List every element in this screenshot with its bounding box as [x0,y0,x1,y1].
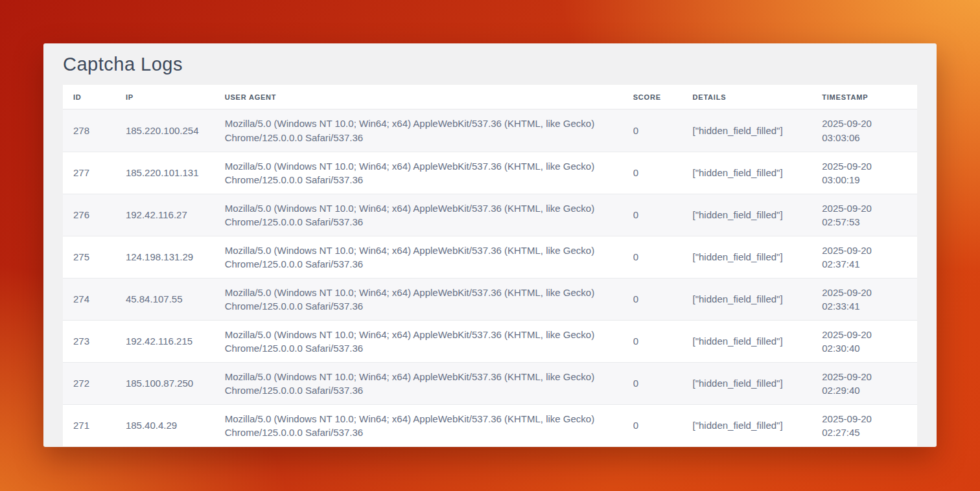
table-row: 275 124.198.131.29 Mozilla/5.0 (Windows … [63,236,917,278]
cell-user-agent: Mozilla/5.0 (Windows NT 10.0; Win64; x64… [215,109,623,152]
cell-ip: 192.42.116.215 [115,320,215,362]
cell-details: ["hidden_field_filled"] [682,404,812,446]
cell-user-agent: Mozilla/5.0 (Windows NT 10.0; Win64; x64… [215,152,623,194]
column-header-ip: IP [115,85,215,109]
cell-score: 0 [623,362,682,404]
cell-score: 0 [623,194,682,236]
column-header-user-agent: USER AGENT [215,85,623,109]
cell-user-agent: Mozilla/5.0 (Windows NT 10.0; Win64; x64… [215,404,623,446]
cell-id: 278 [63,109,115,152]
cell-details: ["hidden_field_filled"] [682,362,812,404]
cell-timestamp: 2025-09-20 02:37:41 [811,236,917,278]
cell-user-agent: Mozilla/5.0 (Windows NT 10.0; Win64; x64… [215,236,623,278]
cell-user-agent: Mozilla/5.0 (Windows NT 10.0; Win64; x64… [215,320,623,362]
cell-timestamp: 2025-09-20 02:33:41 [811,278,917,320]
table-row: 273 192.42.116.215 Mozilla/5.0 (Windows … [63,320,917,362]
cell-score: 0 [623,278,682,320]
cell-id: 274 [63,278,115,320]
cell-id: 275 [63,236,115,278]
cell-timestamp: 2025-09-20 02:30:40 [811,320,917,362]
table-row: 272 185.100.87.250 Mozilla/5.0 (Windows … [63,362,917,404]
cell-timestamp: 2025-09-20 02:57:53 [811,194,917,236]
cell-score: 0 [623,236,682,278]
cell-score: 0 [623,152,682,194]
cell-ip: 185.220.100.254 [115,109,215,152]
cell-user-agent: Mozilla/5.0 (Windows NT 10.0; Win64; x64… [215,194,623,236]
table-header: ID IP USER AGENT SCORE DETAILS TIMESTAMP [63,85,917,109]
table-header-row: ID IP USER AGENT SCORE DETAILS TIMESTAMP [63,85,917,109]
cell-ip: 192.42.116.27 [115,194,215,236]
cell-details: ["hidden_field_filled"] [682,109,812,152]
table-row: 276 192.42.116.27 Mozilla/5.0 (Windows N… [63,194,917,236]
cell-ip: 185.100.87.250 [115,362,215,404]
cell-id: 276 [63,194,115,236]
column-header-timestamp: TIMESTAMP [811,85,917,109]
table-row: 271 185.40.4.29 Mozilla/5.0 (Windows NT … [63,404,917,446]
cell-user-agent: Mozilla/5.0 (Windows NT 10.0; Win64; x64… [215,278,623,320]
cell-ip: 124.198.131.29 [115,236,215,278]
cell-details: ["hidden_field_filled"] [682,278,812,320]
cell-details: ["hidden_field_filled"] [682,194,812,236]
column-header-id: ID [63,85,115,109]
captcha-logs-card: Captcha Logs ID IP USER AGENT SCORE DETA… [43,43,937,447]
column-header-score: SCORE [623,85,682,109]
cell-id: 272 [63,362,115,404]
column-header-details: DETAILS [682,85,812,109]
cell-details: ["hidden_field_filled"] [682,236,812,278]
cell-timestamp: 2025-09-20 02:27:45 [811,404,917,446]
cell-timestamp: 2025-09-20 03:03:06 [811,109,917,152]
cell-user-agent: Mozilla/5.0 (Windows NT 10.0; Win64; x64… [215,362,623,404]
table-body: 278 185.220.100.254 Mozilla/5.0 (Windows… [63,109,917,446]
cell-id: 271 [63,404,115,446]
cell-id: 273 [63,320,115,362]
cell-ip: 45.84.107.55 [115,278,215,320]
cell-timestamp: 2025-09-20 03:00:19 [811,152,917,194]
cell-id: 277 [63,152,115,194]
table-row: 277 185.220.101.131 Mozilla/5.0 (Windows… [63,152,917,194]
page-title: Captcha Logs [63,54,917,75]
card-content: Captcha Logs ID IP USER AGENT SCORE DETA… [43,54,937,446]
table-row: 278 185.220.100.254 Mozilla/5.0 (Windows… [63,109,917,152]
table-row: 274 45.84.107.55 Mozilla/5.0 (Windows NT… [63,278,917,320]
cell-timestamp: 2025-09-20 02:29:40 [811,362,917,404]
captcha-logs-table: ID IP USER AGENT SCORE DETAILS TIMESTAMP… [63,85,917,446]
cell-score: 0 [623,320,682,362]
cell-ip: 185.40.4.29 [115,404,215,446]
cell-score: 0 [623,404,682,446]
cell-details: ["hidden_field_filled"] [682,152,812,194]
cell-score: 0 [623,109,682,152]
cell-ip: 185.220.101.131 [115,152,215,194]
cell-details: ["hidden_field_filled"] [682,320,812,362]
